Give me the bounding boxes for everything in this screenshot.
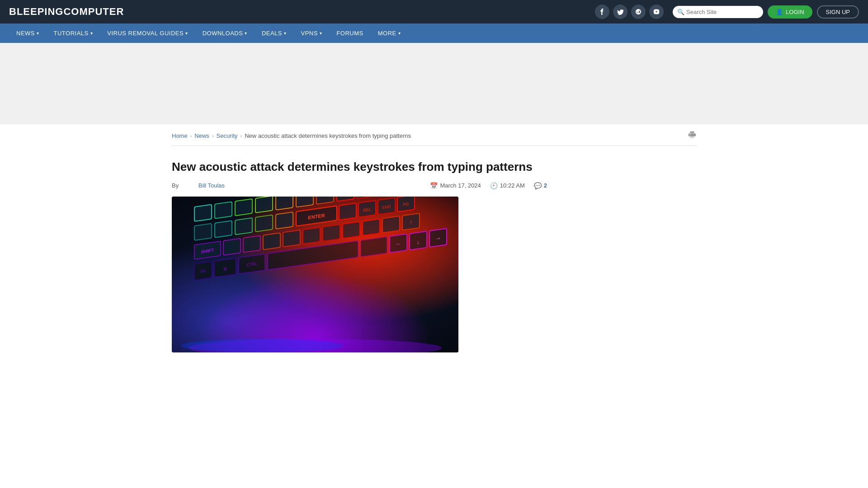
nav-news[interactable]: NEWS ▾ bbox=[9, 23, 47, 43]
nav-deals-arrow: ▾ bbox=[284, 31, 287, 36]
breadcrumb: Home › News › Security › New acoustic at… bbox=[172, 124, 696, 146]
main-column: New acoustic attack determines keystroke… bbox=[172, 150, 547, 352]
nav-downloads[interactable]: DOWNLOADS ▾ bbox=[195, 23, 255, 43]
mastodon-icon[interactable] bbox=[631, 5, 646, 19]
comment-icon: 💬 bbox=[534, 182, 542, 189]
login-label: LOGIN bbox=[786, 9, 804, 15]
article-comments[interactable]: 💬 2 bbox=[534, 182, 547, 189]
nav-more-arrow: ▾ bbox=[398, 31, 401, 36]
nav-tutorials-label: TUTORIALS bbox=[54, 30, 89, 37]
svg-rect-58 bbox=[172, 197, 458, 352]
nav-tutorials-arrow: ▾ bbox=[90, 31, 93, 36]
nav-vpns-label: VPNS bbox=[301, 30, 318, 37]
nav-vpns-arrow: ▾ bbox=[320, 31, 322, 36]
social-icons bbox=[595, 5, 664, 19]
article-title: New acoustic attack determines keystroke… bbox=[172, 160, 547, 175]
article-time: 🕙 10:22 AM bbox=[490, 182, 525, 189]
breadcrumb-current: New acoustic attack determines keystroke… bbox=[245, 132, 411, 139]
print-icon[interactable] bbox=[688, 131, 696, 141]
site-header: BLEEPINGCOMPUTER 🔍 👤 LOGIN SIGN UP bbox=[0, 0, 868, 23]
breadcrumb-news[interactable]: News bbox=[194, 132, 209, 139]
nav-downloads-label: DOWNLOADS bbox=[203, 30, 243, 37]
nav-forums[interactable]: FORUMS bbox=[329, 23, 370, 43]
nav-virus-label: VIRUS REMOVAL GUIDES bbox=[107, 30, 184, 37]
breadcrumb-sep2: › bbox=[212, 133, 214, 139]
breadcrumb-sep3: › bbox=[241, 133, 242, 139]
nav-more[interactable]: MORE ▾ bbox=[371, 23, 408, 43]
comment-count: 2 bbox=[544, 182, 547, 189]
main-navbar: NEWS ▾ TUTORIALS ▾ VIRUS REMOVAL GUIDES … bbox=[0, 23, 868, 43]
header-right: 🔍 👤 LOGIN SIGN UP bbox=[595, 5, 859, 19]
search-icon: 🔍 bbox=[677, 9, 684, 15]
site-logo[interactable]: BLEEPINGCOMPUTER bbox=[9, 6, 124, 18]
twitter-icon[interactable] bbox=[613, 5, 627, 19]
nav-virus-arrow: ▾ bbox=[185, 31, 188, 36]
article-date: 📅 March 17, 2024 bbox=[430, 182, 481, 189]
search-wrap: 🔍 bbox=[673, 6, 763, 18]
search-input[interactable] bbox=[673, 6, 763, 18]
advertisement-banner bbox=[0, 43, 868, 124]
article-image: ENTER DEL END PG SHIFT bbox=[172, 197, 458, 352]
two-column-layout: New acoustic attack determines keystroke… bbox=[172, 150, 696, 352]
breadcrumb-security[interactable]: Security bbox=[217, 132, 238, 139]
breadcrumb-sep1: › bbox=[190, 133, 192, 139]
time-text: 10:22 AM bbox=[500, 182, 525, 189]
nav-vpns[interactable]: VPNS ▾ bbox=[294, 23, 330, 43]
nav-deals[interactable]: DEALS ▾ bbox=[255, 23, 294, 43]
clock-icon: 🕙 bbox=[490, 182, 498, 189]
youtube-icon[interactable] bbox=[649, 5, 664, 19]
signup-button[interactable]: SIGN UP bbox=[817, 5, 859, 19]
nav-deals-label: DEALS bbox=[262, 30, 282, 37]
facebook-icon[interactable] bbox=[595, 5, 609, 19]
article-meta: By Bill Toulas 📅 March 17, 2024 🕙 10:22 … bbox=[172, 182, 547, 197]
nav-more-label: MORE bbox=[378, 30, 396, 37]
nav-news-label: NEWS bbox=[16, 30, 35, 37]
breadcrumb-home[interactable]: Home bbox=[172, 132, 188, 139]
signup-label: SIGN UP bbox=[826, 9, 850, 15]
author-label: By bbox=[172, 182, 179, 189]
content-wrapper: Home › News › Security › New acoustic at… bbox=[163, 124, 705, 352]
nav-forums-label: FORUMS bbox=[336, 30, 363, 37]
date-text: March 17, 2024 bbox=[440, 182, 481, 189]
sidebar-column bbox=[561, 150, 696, 352]
author-link[interactable]: Bill Toulas bbox=[198, 182, 225, 189]
login-button[interactable]: 👤 LOGIN bbox=[768, 5, 812, 19]
calendar-icon: 📅 bbox=[430, 182, 438, 189]
nav-news-arrow: ▾ bbox=[37, 31, 39, 36]
svg-point-61 bbox=[181, 339, 344, 352]
logo-part2: COMPUTER bbox=[63, 6, 124, 17]
nav-virus-guides[interactable]: VIRUS REMOVAL GUIDES ▾ bbox=[100, 23, 195, 43]
user-icon: 👤 bbox=[776, 9, 783, 15]
nav-tutorials[interactable]: TUTORIALS ▾ bbox=[47, 23, 100, 43]
logo-part1: BLEEPING bbox=[9, 6, 63, 17]
nav-downloads-arrow: ▾ bbox=[245, 31, 247, 36]
